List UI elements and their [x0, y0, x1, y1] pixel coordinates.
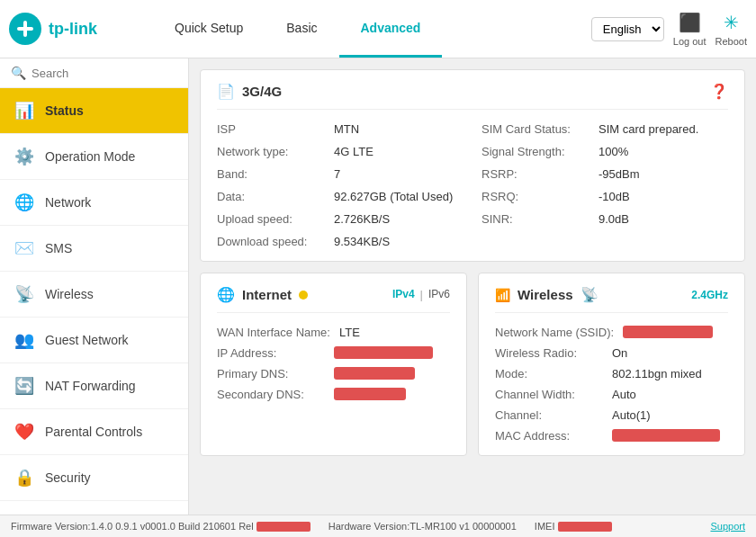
- wireless-header-title-row: 📶 Wireless 📡: [495, 286, 598, 303]
- sim-status-row: SIM Card Status: SIM card prepared.: [482, 122, 728, 136]
- reboot-button[interactable]: ✳ Reboot: [716, 12, 747, 47]
- sidebar-item-sms[interactable]: ✉️ SMS: [0, 226, 188, 272]
- download-label: Download speed:: [217, 235, 325, 248]
- support-link[interactable]: Support: [710, 521, 745, 532]
- header: tp-link Quick Setup Basic Advanced Engli…: [0, 0, 756, 58]
- channel-width-value: Auto: [612, 388, 636, 401]
- ssid-value-redacted: [623, 326, 713, 338]
- wireless-card-header: 📶 Wireless 📡 2.4GHz: [495, 286, 728, 313]
- internet-ip-links: IPv4 | IPv6: [392, 288, 450, 301]
- wan-value: LTE: [339, 326, 360, 339]
- logo-area: tp-link: [9, 13, 153, 45]
- bottom-cards: 🌐 Internet IPv4 | IPv6 WAN Interface Nam…: [200, 273, 745, 467]
- svg-rect-1: [17, 27, 33, 31]
- tab-quick-setup[interactable]: Quick Setup: [153, 0, 265, 58]
- main-content: 📄 3G/4G ❓ ISP MTN SIM Card Status: SIM c…: [189, 58, 756, 515]
- secondary-dns-value-redacted: [334, 388, 406, 400]
- rsrp-row: RSRP: -95dBm: [482, 167, 728, 181]
- channel-width-row: Channel Width: Auto: [495, 388, 728, 401]
- cellular-header-left: 📄 3G/4G: [217, 83, 282, 100]
- ip-value-redacted: [334, 346, 433, 359]
- sidebar-label-operation-mode: Operation Mode: [45, 149, 135, 164]
- ip-label: IP Address:: [217, 346, 325, 360]
- logout-icon: ⬛: [679, 12, 701, 33]
- sidebar-item-parental-controls[interactable]: ❤️ Parental Controls: [0, 409, 188, 455]
- footer: Firmware Version:1.4.0 0.9.1 v0001.0 Bui…: [0, 515, 756, 537]
- sidebar-item-wireless[interactable]: 📡 Wireless: [0, 272, 188, 318]
- sidebar-item-status[interactable]: 📊 Status: [0, 88, 188, 134]
- ipv4-link[interactable]: IPv4: [392, 288, 415, 301]
- firmware-text: Firmware Version:1.4.0 0.9.1 v0001.0 Bui…: [11, 521, 310, 533]
- wireless-icon: 📡: [14, 284, 34, 304]
- globe-icon: 🌐: [217, 286, 235, 303]
- rsrp-value: -95dBm: [598, 167, 640, 181]
- sidebar-item-security[interactable]: 🔒 Security: [0, 455, 188, 501]
- ssid-label: Network Name (SSID):: [495, 326, 614, 339]
- sidebar-item-system-tools[interactable]: 🔧 System Tools: [0, 501, 188, 515]
- operation-mode-icon: ⚙️: [14, 147, 34, 166]
- channel-row: Channel: Auto(1): [495, 408, 728, 422]
- hardware-text: Hardware Version:TL-MR100 v1 00000001: [328, 521, 517, 532]
- wireless-card-title: Wireless: [518, 287, 573, 302]
- tab-basic[interactable]: Basic: [265, 0, 338, 58]
- sidebar-label-nat: NAT Forwarding: [45, 379, 136, 393]
- nav-tabs: Quick Setup Basic Advanced: [153, 0, 591, 58]
- primary-dns-value-redacted: [334, 367, 415, 380]
- sidebar-item-nat-forwarding[interactable]: 🔄 NAT Forwarding: [0, 363, 188, 409]
- band-value: 7: [334, 167, 340, 181]
- wireless-radio-value: On: [612, 346, 627, 360]
- sinr-value: 9.0dB: [598, 212, 629, 226]
- secondary-dns-label: Secondary DNS:: [217, 388, 325, 401]
- cellular-card-icon: 📄: [217, 83, 235, 100]
- search-icon: 🔍: [11, 66, 26, 80]
- wan-label: WAN Interface Name:: [217, 326, 330, 339]
- reboot-icon: ✳: [724, 12, 739, 33]
- isp-row: ISP MTN: [217, 122, 464, 136]
- imei-text: IMEI: [535, 521, 612, 533]
- network-icon: 🌐: [14, 192, 34, 212]
- sidebar-label-sms: SMS: [45, 241, 72, 255]
- internet-card-header: 🌐 Internet IPv4 | IPv6: [217, 286, 450, 313]
- wireless-fields: Network Name (SSID): Wireless Radio: On …: [495, 326, 728, 443]
- primary-dns-row: Primary DNS:: [217, 367, 450, 380]
- security-icon: 🔒: [14, 468, 34, 488]
- network-type-row: Network type: 4G LTE: [217, 145, 464, 158]
- system-tools-icon: 🔧: [14, 514, 34, 515]
- cellular-info-grid: ISP MTN SIM Card Status: SIM card prepar…: [217, 122, 728, 248]
- channel-width-label: Channel Width:: [495, 388, 603, 401]
- download-row: Download speed: 9.534KB/S: [217, 235, 464, 248]
- guest-network-icon: 👥: [14, 330, 34, 350]
- logout-button[interactable]: ⬛ Log out: [673, 12, 706, 47]
- search-input[interactable]: [32, 67, 177, 80]
- sim-status-value: SIM card prepared.: [598, 122, 698, 136]
- sidebar-item-operation-mode[interactable]: ⚙️ Operation Mode: [0, 134, 188, 180]
- layout: 🔍 📊 Status ⚙️ Operation Mode 🌐 Network ✉…: [0, 58, 756, 515]
- network-type-label: Network type:: [217, 145, 325, 158]
- cellular-help-icon[interactable]: ❓: [710, 83, 728, 100]
- internet-card: 🌐 Internet IPv4 | IPv6 WAN Interface Nam…: [200, 273, 467, 456]
- sidebar-label-parental: Parental Controls: [45, 425, 142, 439]
- sinr-row: SINR: 9.0dB: [482, 212, 728, 226]
- tab-advanced[interactable]: Advanced: [339, 0, 443, 58]
- data-label: Data:: [217, 190, 325, 203]
- mac-label: MAC Address:: [495, 429, 603, 443]
- primary-dns-label: Primary DNS:: [217, 367, 325, 380]
- secondary-dns-row: Secondary DNS:: [217, 388, 450, 401]
- mode-value: 802.11bgn mixed: [612, 367, 702, 380]
- ipv6-link[interactable]: IPv6: [428, 288, 450, 301]
- data-value: 92.627GB (Total Used): [334, 190, 453, 203]
- wireless-signal-icon: 📶: [495, 288, 510, 302]
- sidebar-item-network[interactable]: 🌐 Network: [0, 180, 188, 226]
- wireless-card: 📶 Wireless 📡 2.4GHz Network Name (SSID):…: [478, 273, 745, 456]
- upload-value: 2.726KB/S: [334, 212, 390, 226]
- sidebar-item-guest-network[interactable]: 👥 Guest Network: [0, 318, 188, 363]
- rsrp-label: RSRP:: [482, 167, 590, 181]
- search-box[interactable]: 🔍: [0, 58, 188, 88]
- wireless-radio-row: Wireless Radio: On: [495, 346, 728, 360]
- rsrq-label: RSRQ:: [482, 190, 590, 203]
- language-select[interactable]: English: [591, 17, 664, 41]
- reboot-label: Reboot: [716, 36, 747, 47]
- mode-label: Mode:: [495, 367, 603, 380]
- isp-value: MTN: [334, 122, 359, 136]
- rsrq-value: -10dB: [598, 190, 630, 203]
